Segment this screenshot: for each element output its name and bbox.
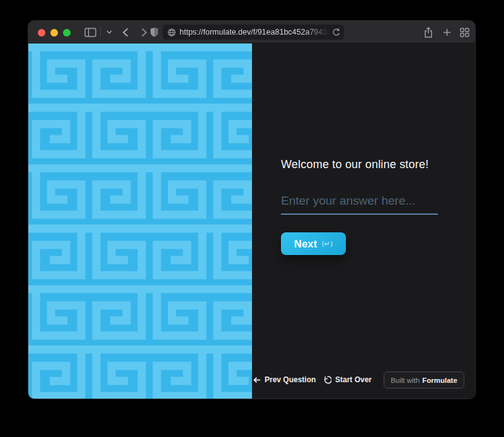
traffic-light-minimize-button[interactable] — [50, 29, 58, 37]
traffic-light-close-button[interactable] — [38, 29, 45, 37]
start-over-label: Start Over — [335, 375, 372, 384]
back-icon[interactable] — [120, 21, 131, 43]
badge-brand: Formulate — [422, 377, 457, 384]
toolbar-divider — [100, 28, 101, 37]
reload-icon[interactable] — [333, 28, 340, 37]
restart-icon — [323, 376, 331, 384]
shield-icon[interactable] — [148, 21, 161, 43]
globe-icon — [168, 28, 176, 37]
arrow-left-icon — [253, 377, 261, 383]
tab-grid-icon[interactable] — [458, 21, 471, 43]
page-content: Welcome to our online store! Next (↵) Pr… — [28, 43, 475, 399]
next-button-label: Next — [294, 238, 318, 250]
question-title: Welcome to our online store! — [281, 158, 428, 171]
share-icon[interactable] — [422, 21, 435, 43]
traffic-light-zoom-button[interactable] — [63, 29, 71, 37]
form-panel: Welcome to our online store! Next (↵) Pr… — [252, 43, 475, 399]
chevron-down-icon[interactable] — [104, 21, 114, 43]
desktop-background: https://formulate.dev/f/91ea81bc452a7943… — [0, 0, 504, 437]
browser-window: https://formulate.dev/f/91ea81bc452a7943… — [28, 20, 476, 399]
form-cover-panel — [28, 43, 252, 399]
start-over-button[interactable]: Start Over — [323, 375, 372, 384]
browser-toolbar: https://formulate.dev/f/91ea81bc452a7943… — [28, 21, 475, 43]
answer-input[interactable] — [281, 193, 438, 215]
prev-question-label: Prev Question — [265, 375, 316, 384]
sidebar-icon[interactable] — [83, 21, 98, 43]
url-text[interactable]: https://formulate.dev/f/91ea81bc452a7943… — [180, 28, 333, 37]
enter-key-hint: (↵) — [321, 239, 333, 248]
new-tab-icon[interactable] — [441, 21, 452, 43]
address-bar[interactable]: https://formulate.dev/f/91ea81bc452a7943… — [163, 25, 344, 40]
prev-question-button[interactable]: Prev Question — [253, 375, 316, 384]
built-with-formulate-badge[interactable]: Built with Formulate — [384, 372, 464, 389]
badge-prefix: Built with — [391, 377, 420, 384]
greek-key-pattern — [28, 43, 252, 399]
next-button[interactable]: Next (↵) — [281, 232, 346, 255]
